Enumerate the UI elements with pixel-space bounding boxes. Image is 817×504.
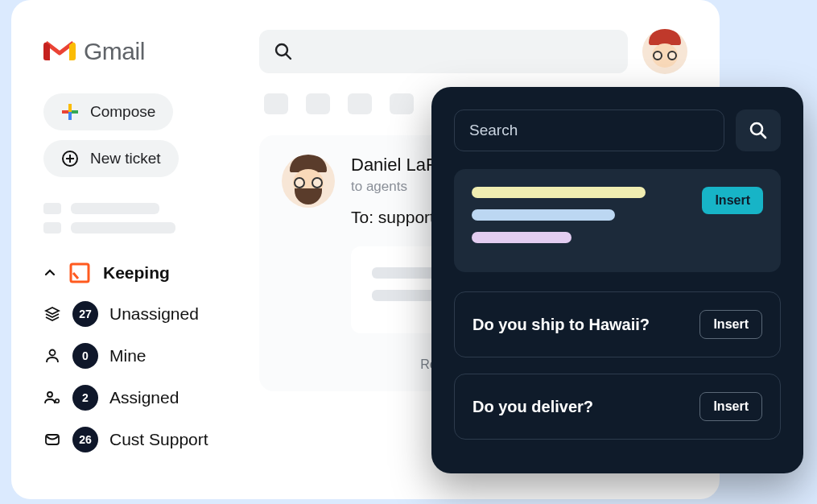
envelope-icon [44,432,60,448]
insert-button[interactable]: Insert [699,392,762,421]
search-icon [274,42,293,61]
chevron-up-icon [43,266,56,279]
canned-response-row[interactable]: Do you ship to Hawaii? Insert [454,291,781,357]
sidebar-item-label: Mine [109,346,146,366]
popover-search-input[interactable]: Search [454,109,724,151]
compose-plus-icon [61,103,79,121]
svg-point-6 [50,350,56,356]
gmail-icon [43,39,76,64]
brand-logo[interactable]: Gmail [43,38,259,65]
popover-search-button[interactable] [736,109,781,151]
canned-response-row[interactable]: Do you deliver? Insert [454,374,781,440]
sidebar-item-cust-support[interactable]: 26 Cust Support [43,427,259,452]
people-icon [43,390,61,406]
compose-button[interactable]: Compose [43,93,173,130]
user-avatar[interactable] [642,29,687,74]
sender-avatar[interactable] [282,155,335,208]
svg-point-7 [47,392,52,397]
canned-responses-popover: Search Insert Do you ship to Hawaii? Ins… [431,87,803,473]
popover-search-placeholder: Search [469,122,518,139]
svg-point-8 [56,399,60,403]
stack-icon [44,306,60,322]
keeping-section-header[interactable]: Keeping [43,262,259,283]
plus-circle-icon [61,150,79,167]
sidebar-item-label: Assigned [109,388,179,407]
person-icon [44,348,60,364]
svg-line-1 [286,54,291,59]
sidebar-item-unassigned[interactable]: 27 Unassigned [43,301,259,327]
insert-button[interactable]: Insert [699,310,762,339]
sidebar: Compose New ticket [43,93,259,469]
new-ticket-button[interactable]: New ticket [43,140,179,177]
svg-line-11 [761,133,765,138]
canned-question: Do you ship to Hawaii? [472,316,650,334]
search-input[interactable] [259,30,628,73]
nav-skeleton [43,203,259,233]
count-badge: 0 [72,343,98,369]
canned-question: Do you deliver? [472,398,593,416]
search-icon [749,121,768,140]
brand-text: Gmail [84,38,145,65]
sidebar-item-mine[interactable]: 0 Mine [43,343,259,369]
selected-response-preview: Insert [454,169,781,272]
keeping-logo-icon [69,262,90,283]
app-header: Gmail [11,29,720,93]
response-preview-lines [472,187,689,254]
new-ticket-label: New ticket [90,150,161,167]
section-title: Keeping [103,263,170,283]
sidebar-item-label: Unassigned [109,304,199,324]
sidebar-item-label: Cust Support [109,430,208,449]
count-badge: 26 [72,427,98,452]
sidebar-item-assigned[interactable]: 2 Assigned [43,385,259,411]
count-badge: 2 [72,385,98,411]
compose-label: Compose [90,103,155,121]
count-badge: 27 [72,301,98,327]
insert-selected-button[interactable]: Insert [702,187,763,214]
